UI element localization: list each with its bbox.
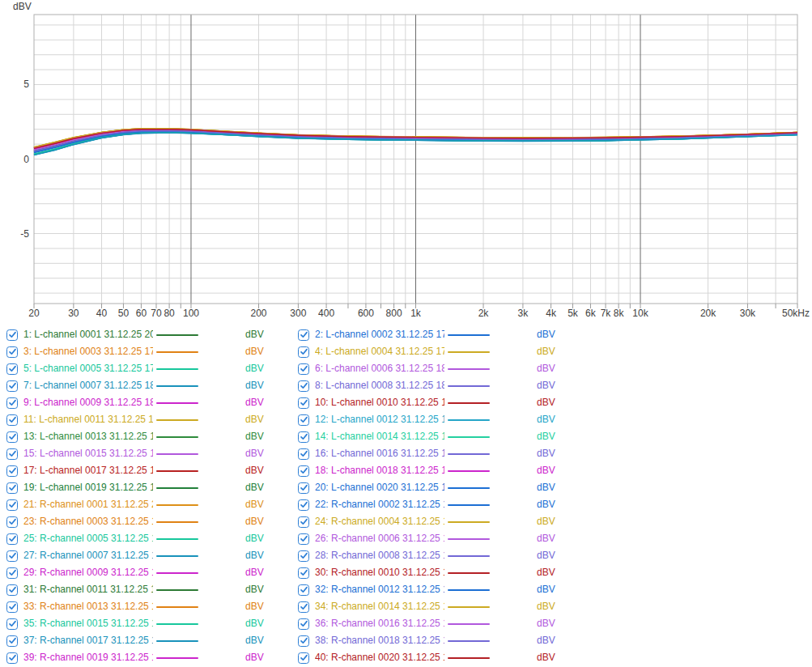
legend-unit-label: dBV	[537, 632, 555, 649]
x-tick-label: 3k	[518, 308, 529, 319]
legend-label: 12: L-channel 0012 31.12.25 18:	[315, 411, 444, 428]
legend-checkbox[interactable]	[298, 652, 309, 664]
legend-checkbox[interactable]	[298, 465, 309, 477]
legend-unit-label: dBV	[245, 479, 264, 496]
legend-row: 34: R-channel 0014 31.12.25 19:dBV	[291, 598, 567, 615]
legend-checkbox[interactable]	[6, 550, 18, 562]
legend-checkbox[interactable]	[298, 414, 309, 426]
legend-row: 36: R-channel 0016 31.12.25 19:dBV	[291, 615, 567, 632]
legend-checkbox[interactable]	[6, 618, 18, 630]
legend-checkbox[interactable]	[298, 533, 309, 545]
legend-checkbox[interactable]	[6, 652, 18, 664]
legend-row: 2: L-channel 0002 31.12.25 17dBV	[291, 326, 567, 343]
legend-checkbox[interactable]	[298, 448, 309, 460]
legend-label: 6: L-channel 0006 31.12.25 18:0	[315, 360, 444, 377]
legend-label: 22: R-channel 0002 31.12.25 17	[315, 496, 444, 513]
check-icon	[300, 449, 308, 458]
legend-checkbox[interactable]	[298, 618, 309, 630]
legend-checkbox[interactable]	[6, 567, 18, 579]
legend-checkbox[interactable]	[298, 635, 309, 647]
legend-checkbox[interactable]	[298, 431, 309, 443]
legend-color-line	[448, 606, 490, 608]
legend-row: 4: L-channel 0004 31.12.25 17:4dBV	[291, 343, 567, 360]
legend-checkbox[interactable]	[298, 397, 309, 409]
legend-color-line	[156, 385, 198, 387]
legend-checkbox[interactable]	[6, 414, 18, 426]
legend-row: 16: L-channel 0016 31.12.25 19:dBV	[291, 445, 567, 462]
legend-checkbox[interactable]	[298, 601, 309, 613]
legend-row: 20: L-channel 0020 31.12.25 19:dBV	[291, 479, 567, 496]
legend-unit-label: dBV	[537, 377, 555, 394]
x-tick-label: 4k	[546, 308, 557, 319]
x-tick-label: 80	[164, 308, 175, 319]
legend-unit-label: dBV	[537, 513, 555, 530]
x-tick-label: 7k	[601, 308, 612, 319]
legend-color-line	[156, 334, 198, 336]
legend-unit-label: dBV	[245, 513, 264, 530]
legend-label: 13: L-channel 0013 31.12.25 19:	[23, 428, 153, 445]
legend-checkbox[interactable]	[298, 567, 309, 579]
legend-checkbox[interactable]	[298, 363, 309, 375]
check-icon	[300, 330, 308, 339]
legend-color-line	[448, 453, 490, 455]
legend-checkbox[interactable]	[298, 482, 309, 494]
legend-color-line	[156, 368, 198, 370]
legend-row: 15: L-channel 0015 31.12.25 19:dBV	[0, 445, 291, 462]
legend-label: 20: L-channel 0020 31.12.25 19:	[315, 479, 444, 496]
x-tick-label: 20	[28, 308, 40, 319]
check-icon	[8, 653, 17, 662]
legend-label: 2: L-channel 0002 31.12.25 17	[315, 326, 444, 343]
legend-checkbox[interactable]	[6, 499, 18, 511]
legend-color-line	[448, 334, 490, 336]
legend-checkbox[interactable]	[6, 448, 18, 460]
legend-checkbox[interactable]	[6, 465, 18, 477]
legend-row: 8: L-channel 0008 31.12.25 18:0dBV	[291, 377, 567, 394]
legend-checkbox[interactable]	[298, 584, 309, 596]
legend-checkbox[interactable]	[6, 397, 18, 409]
legend-label: 23: R-channel 0003 31.12.25 17	[23, 513, 153, 530]
legend-checkbox[interactable]	[6, 329, 18, 341]
check-icon	[8, 568, 17, 577]
legend-color-line	[448, 504, 490, 506]
legend-unit-label: dBV	[537, 649, 555, 666]
legend-unit-label: dBV	[537, 581, 555, 598]
legend-checkbox[interactable]	[6, 431, 18, 443]
legend-label: 32: R-channel 0012 31.12.25 18	[315, 581, 444, 598]
audio-analyzer-app: dBV 203040506070801002003004006008001k2k…	[0, 0, 812, 666]
check-icon	[8, 602, 17, 611]
check-icon	[8, 636, 17, 645]
legend-checkbox[interactable]	[6, 346, 18, 358]
legend-label: 25: R-channel 0005 31.12.25 17:	[23, 530, 153, 547]
legend-color-line	[448, 402, 490, 404]
legend-checkbox[interactable]	[298, 346, 309, 358]
legend-checkbox[interactable]	[6, 516, 18, 528]
check-icon	[8, 534, 17, 543]
legend-checkbox[interactable]	[298, 516, 309, 528]
legend-checkbox[interactable]	[298, 329, 309, 341]
legend-row: 40: R-channel 0020 31.12.25 19:dBV	[291, 649, 567, 666]
check-icon	[300, 466, 308, 475]
legend-checkbox[interactable]	[298, 499, 309, 511]
legend-row: 1: L-channel 0001 31.12.25 20:0dBV	[0, 326, 291, 343]
legend-unit-label: dBV	[245, 445, 264, 462]
legend-color-line	[448, 538, 490, 540]
legend-color-line	[156, 419, 198, 421]
legend-checkbox[interactable]	[6, 363, 18, 375]
legend-label: 16: L-channel 0016 31.12.25 19:	[315, 445, 444, 462]
legend-color-line	[156, 487, 198, 489]
legend-checkbox[interactable]	[6, 533, 18, 545]
legend-checkbox[interactable]	[6, 482, 18, 494]
legend-checkbox[interactable]	[6, 635, 18, 647]
y-tick-label: 0	[23, 154, 29, 165]
check-icon	[8, 551, 17, 560]
legend-checkbox[interactable]	[298, 550, 309, 562]
x-tick-label: 10k	[632, 308, 648, 319]
legend-color-line	[156, 453, 198, 455]
check-icon	[300, 415, 308, 424]
legend-unit-label: dBV	[537, 564, 555, 581]
x-tick-label: 300	[290, 308, 306, 319]
legend-checkbox[interactable]	[6, 601, 18, 613]
legend-checkbox[interactable]	[298, 380, 309, 392]
legend-checkbox[interactable]	[6, 380, 18, 392]
legend-checkbox[interactable]	[6, 584, 18, 596]
